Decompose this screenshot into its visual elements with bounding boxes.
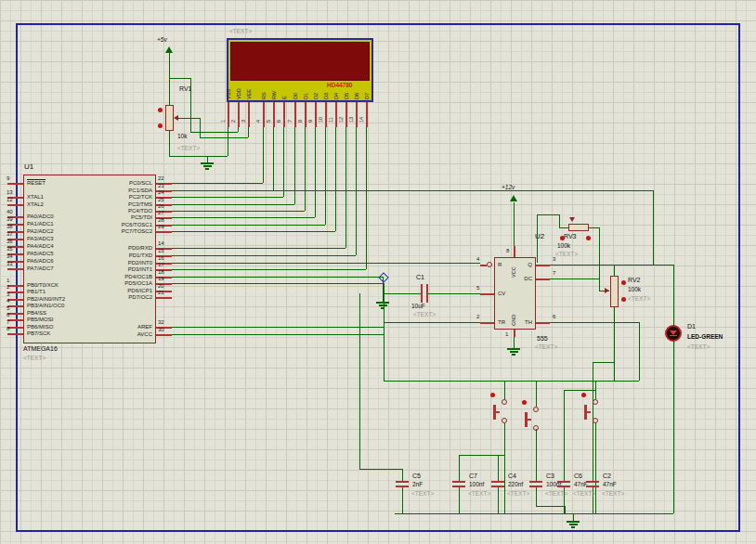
wire[interactable] — [383, 293, 421, 294]
wire[interactable] — [537, 214, 538, 263]
wire[interactable] — [384, 322, 480, 323]
wire[interactable] — [315, 127, 316, 217]
wire[interactable] — [200, 137, 248, 138]
wire[interactable] — [514, 337, 515, 348]
rv2-pot[interactable] — [610, 276, 619, 307]
wire[interactable] — [384, 283, 385, 381]
ground-icon[interactable] — [507, 348, 520, 350]
wire[interactable] — [673, 265, 674, 326]
capacitor[interactable] — [557, 481, 570, 483]
wire[interactable] — [356, 127, 357, 255]
ground-icon[interactable] — [376, 302, 389, 304]
wire[interactable] — [564, 390, 565, 481]
power-arrow-icon[interactable] — [510, 195, 517, 201]
wire[interactable] — [402, 487, 403, 513]
wire[interactable] — [402, 469, 403, 481]
wire[interactable] — [345, 127, 346, 248]
wire[interactable] — [498, 455, 499, 481]
wire[interactable] — [172, 197, 283, 198]
wire[interactable] — [172, 283, 384, 284]
wire[interactable] — [172, 231, 335, 232]
wire[interactable] — [550, 278, 599, 279]
wire[interactable] — [595, 381, 596, 399]
capacitor[interactable] — [452, 481, 465, 483]
wire[interactable] — [599, 291, 609, 291]
wire[interactable] — [536, 381, 537, 407]
wire[interactable] — [172, 248, 345, 249]
capacitor[interactable] — [586, 481, 599, 483]
wire[interactable] — [325, 127, 326, 225]
wire[interactable] — [169, 78, 190, 79]
capacitor[interactable] — [529, 481, 542, 483]
wire[interactable] — [172, 277, 383, 278]
wire[interactable] — [395, 513, 673, 514]
wire[interactable] — [673, 341, 674, 513]
wire[interactable] — [559, 214, 560, 227]
wire[interactable] — [428, 293, 480, 294]
wire[interactable] — [550, 322, 639, 323]
wire[interactable] — [294, 127, 295, 204]
wire[interactable] — [238, 127, 239, 132]
wire[interactable] — [459, 487, 460, 513]
wire[interactable] — [172, 263, 480, 264]
wire[interactable] — [614, 307, 615, 381]
wire[interactable] — [190, 132, 238, 133]
wire[interactable] — [172, 327, 384, 328]
capacitor[interactable] — [396, 481, 409, 483]
wire[interactable] — [172, 255, 356, 256]
wire[interactable] — [593, 362, 614, 363]
wire[interactable] — [172, 204, 294, 205]
rv3-pot[interactable] — [568, 224, 589, 231]
wire[interactable] — [263, 127, 264, 183]
wire[interactable] — [384, 381, 639, 382]
wire[interactable] — [459, 455, 460, 481]
ground-icon[interactable] — [567, 521, 580, 523]
wire[interactable] — [169, 156, 228, 157]
wire[interactable] — [536, 487, 537, 506]
wire[interactable] — [248, 127, 249, 137]
wire[interactable] — [565, 506, 566, 513]
wire[interactable] — [169, 53, 170, 105]
rv1-pot[interactable] — [165, 105, 174, 131]
wire[interactable] — [498, 487, 499, 513]
wire[interactable] — [359, 469, 402, 470]
wire[interactable] — [172, 217, 315, 218]
wire[interactable] — [335, 127, 336, 231]
ground-icon[interactable] — [201, 162, 214, 164]
wire[interactable] — [172, 269, 366, 270]
wire[interactable] — [200, 118, 201, 137]
wire[interactable] — [228, 127, 228, 156]
wire[interactable] — [172, 334, 384, 335]
wire[interactable] — [564, 390, 595, 391]
wire[interactable] — [172, 211, 305, 212]
wire[interactable] — [305, 127, 306, 211]
wire[interactable] — [190, 78, 191, 132]
wire[interactable] — [273, 127, 274, 190]
wire[interactable] — [653, 190, 654, 265]
wire[interactable] — [559, 227, 568, 228]
wire[interactable] — [504, 381, 505, 399]
wire[interactable] — [536, 506, 565, 507]
power-arrow-icon[interactable] — [165, 46, 173, 53]
capacitor[interactable] — [491, 481, 504, 483]
wire[interactable] — [283, 127, 284, 197]
wire[interactable] — [359, 293, 360, 469]
wire[interactable] — [504, 423, 505, 513]
wire[interactable] — [595, 423, 596, 513]
wire[interactable] — [536, 429, 537, 481]
wire[interactable] — [537, 214, 559, 215]
wire[interactable] — [172, 183, 263, 184]
wire[interactable] — [599, 227, 600, 291]
wire[interactable] — [207, 156, 208, 162]
wire[interactable] — [172, 190, 653, 191]
wire[interactable] — [614, 265, 615, 276]
c1-capacitor[interactable] — [421, 284, 423, 303]
wire[interactable] — [514, 202, 515, 246]
wire[interactable] — [589, 227, 599, 228]
wire[interactable] — [573, 513, 574, 521]
wire[interactable] — [366, 127, 367, 269]
wire[interactable] — [550, 265, 673, 266]
wire[interactable] — [169, 130, 170, 156]
wire[interactable] — [172, 225, 325, 226]
wire[interactable] — [176, 118, 200, 119]
